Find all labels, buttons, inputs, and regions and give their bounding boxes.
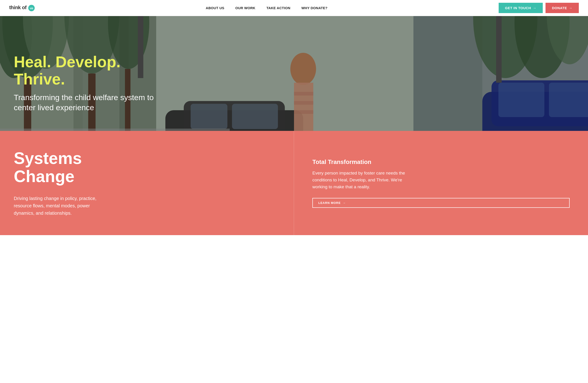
get-in-touch-arrow-icon: → xyxy=(533,6,537,10)
logo[interactable]: think of us xyxy=(9,5,35,11)
learn-more-label: LEARN MORE xyxy=(318,201,341,205)
logo-text: think of us xyxy=(9,5,35,11)
get-in-touch-label: GET IN TOUCH xyxy=(505,6,531,10)
nav-our-work[interactable]: OUR WORK xyxy=(235,6,255,10)
hero-subtitle: Transforming the child welfare system to… xyxy=(14,92,163,113)
hero-section: Heal. Develop. Thrive. Transforming the … xyxy=(0,16,588,131)
hero-content: Heal. Develop. Thrive. Transforming the … xyxy=(14,53,163,113)
nav-take-action[interactable]: TAKE ACTION xyxy=(266,6,290,10)
donate-button[interactable]: DONATE → xyxy=(546,3,579,13)
nav-about-us[interactable]: ABOUT US xyxy=(206,6,224,10)
learn-more-arrow-icon: → xyxy=(342,201,346,205)
lower-right-panel: Total Transformation Every person impact… xyxy=(294,131,588,235)
donate-label: DONATE xyxy=(552,6,567,10)
total-transformation-title: Total Transformation xyxy=(312,159,570,165)
main-nav: ABOUT US OUR WORK TAKE ACTION WHY DONATE… xyxy=(206,6,328,10)
donate-arrow-icon: → xyxy=(569,6,572,10)
systems-change-description: Driving lasting change in policy, practi… xyxy=(14,195,110,217)
header-actions: GET IN TOUCH → DONATE → xyxy=(499,3,579,13)
lower-section: Systems Change Driving lasting change in… xyxy=(0,131,588,235)
nav-why-donate[interactable]: WHY DONATE? xyxy=(301,6,328,10)
total-transformation-description: Every person impacted by foster care nee… xyxy=(312,170,409,191)
hero-title: Heal. Develop. Thrive. xyxy=(14,53,163,88)
lower-left-panel: Systems Change Driving lasting change in… xyxy=(0,131,294,235)
systems-change-title: Systems Change xyxy=(14,149,280,185)
main-header: think of us ABOUT US OUR WORK TAKE ACTIO… xyxy=(0,0,588,16)
get-in-touch-button[interactable]: GET IN TOUCH → xyxy=(499,3,543,13)
learn-more-button[interactable]: LEARN MORE → xyxy=(312,198,570,208)
logo-badge: us xyxy=(28,5,35,11)
